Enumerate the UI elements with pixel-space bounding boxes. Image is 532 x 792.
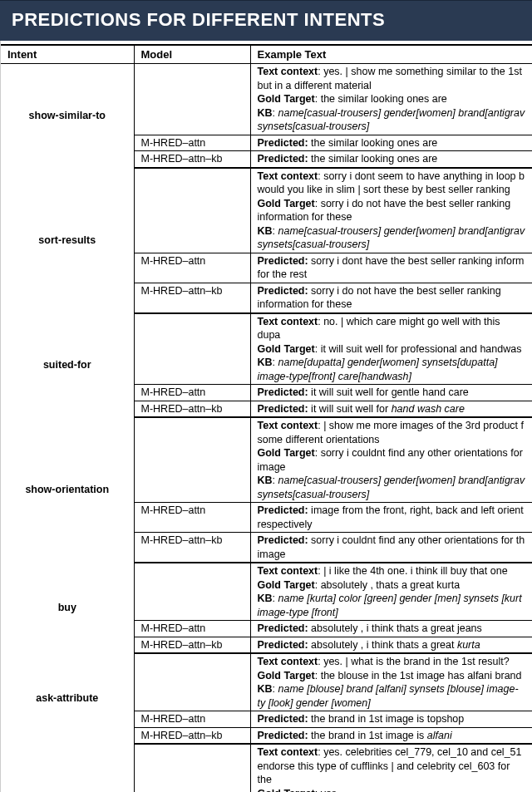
intent-cell: celebrity bbox=[1, 744, 134, 792]
intent-cell: show-similar-to bbox=[1, 64, 134, 168]
example-text-cell: Predicted: image from the front, right, … bbox=[250, 503, 532, 533]
kb-label: KB bbox=[258, 593, 273, 604]
text-plain: it will suit well for gentle hand care bbox=[308, 386, 469, 398]
predicted-label: Predicted: bbox=[258, 137, 308, 149]
text-plain: : the blouse in the 1st image has alfani… bbox=[315, 670, 522, 681]
intent-cell: buy bbox=[1, 563, 134, 653]
text-italic: name[casual-trousers] gender[women] bran… bbox=[258, 475, 525, 500]
predicted-label: Predicted: bbox=[258, 386, 308, 398]
table-row: show-orientationText context: | show me … bbox=[1, 417, 532, 503]
text-plain: : absolutely , thats a great kurta bbox=[315, 579, 460, 591]
text-italic: name [blouse] brand [alfani] synsets [bl… bbox=[258, 683, 519, 709]
text-italic: name [kurta] color [green] gender [men] … bbox=[258, 593, 522, 618]
context-line: Text context: no. | which care might go … bbox=[258, 315, 526, 342]
model-cell bbox=[134, 417, 250, 503]
predicted-label: Predicted: bbox=[258, 730, 308, 741]
context-line: Gold Target: absolutely , thats a great … bbox=[258, 578, 526, 593]
text-plain: : bbox=[273, 357, 278, 368]
textcontext-label: Text context bbox=[258, 170, 318, 182]
model-cell bbox=[134, 563, 250, 621]
context-line: Gold Target: the blouse in the 1st image… bbox=[258, 669, 526, 683]
header-text: Example Text bbox=[250, 45, 532, 64]
model-cell: M-HRED–attn bbox=[134, 135, 250, 151]
text-plain: : | i like the 4th one. i think ill buy … bbox=[318, 565, 507, 577]
model-cell: M-HRED–attn–kb bbox=[134, 283, 250, 313]
text-plain: absolutely , i think thats a great jeans bbox=[308, 622, 482, 634]
kb-label: KB bbox=[258, 475, 273, 486]
slide-title-banner: PREDICTIONS FOR DIFFERENT INTENTS bbox=[0, 0, 532, 41]
context-cell: Text context: no. | which care might go … bbox=[250, 313, 532, 385]
text-italic: kurta bbox=[457, 639, 480, 651]
context-line: KB: name [kurta] color [green] gender [m… bbox=[258, 592, 526, 619]
example-text-cell: Predicted: sorry i couldnt find any othe… bbox=[250, 533, 532, 563]
context-line: Text context: yes. | show me something s… bbox=[258, 65, 526, 92]
intent-cell: sort-results bbox=[1, 168, 134, 313]
model-cell: M-HRED–attn bbox=[134, 253, 250, 283]
model-cell: M-HRED–attn–kb bbox=[134, 727, 250, 744]
goldtarget-label: Gold Target bbox=[258, 447, 315, 459]
intent-cell: show-orientation bbox=[1, 417, 134, 563]
model-cell bbox=[134, 168, 250, 253]
model-cell bbox=[134, 313, 250, 385]
context-cell: Text context: yes. | what is the brand i… bbox=[250, 653, 532, 711]
context-line: Text context: yes. celebrities cel_779, … bbox=[258, 745, 526, 787]
context-line: Text context: yes. | what is the brand i… bbox=[258, 655, 526, 669]
kb-label: KB bbox=[258, 683, 273, 695]
text-plain: it will suit well for bbox=[308, 403, 392, 415]
text-plain: the brand in 1st image is topshop bbox=[308, 713, 465, 725]
text-italic: hand wash care bbox=[392, 403, 465, 415]
example-text-cell: Predicted: it will suit well for hand wa… bbox=[250, 401, 532, 417]
context-cell: Text context: sorry i dont seem to have … bbox=[250, 168, 532, 253]
context-line: KB: name[casual-trousers] gender[women] … bbox=[258, 224, 526, 252]
example-text-cell: Predicted: the brand in 1st image is top… bbox=[250, 711, 532, 728]
example-text-cell: Predicted: the similar looking ones are bbox=[250, 151, 532, 168]
context-line: Gold Target: yes bbox=[258, 787, 526, 793]
predicted-label: Predicted: bbox=[258, 622, 308, 634]
context-cell: Text context: yes. celebrities cel_779, … bbox=[250, 744, 532, 792]
text-plain: : bbox=[273, 107, 278, 119]
table-row: buyText context: | i like the 4th one. i… bbox=[1, 563, 532, 621]
predicted-label: Predicted: bbox=[258, 534, 308, 546]
model-cell bbox=[134, 653, 250, 711]
context-line: KB: name[dupatta] gender[women] synsets[… bbox=[258, 356, 526, 383]
intent-cell: ask-attribute bbox=[1, 653, 134, 744]
text-plain: : bbox=[273, 683, 278, 695]
predicted-label: Predicted: bbox=[258, 255, 308, 267]
header-intent: Intent bbox=[1, 45, 134, 64]
text-plain: : yes bbox=[315, 788, 337, 793]
table-row: ask-attributeText context: yes. | what i… bbox=[1, 653, 532, 711]
context-line: Text context: | show me more images of t… bbox=[258, 419, 526, 446]
text-plain: : it will suit well for professional and… bbox=[315, 343, 522, 355]
context-line: KB: name [blouse] brand [alfani] synsets… bbox=[258, 682, 526, 710]
model-cell: M-HRED–attn–kb bbox=[134, 637, 250, 653]
example-text-cell: Predicted: absolutely , i think thats a … bbox=[250, 637, 532, 653]
table-row: show-similar-toText context: yes. | show… bbox=[1, 64, 532, 135]
predicted-label: Predicted: bbox=[258, 153, 308, 165]
context-line: Text context: | i like the 4th one. i th… bbox=[258, 564, 526, 578]
context-cell: Text context: | i like the 4th one. i th… bbox=[250, 563, 532, 621]
textcontext-label: Text context bbox=[258, 316, 318, 327]
text-plain: the similar looking ones are bbox=[308, 153, 438, 165]
goldtarget-label: Gold Target bbox=[258, 788, 315, 793]
context-cell: Text context: yes. | show me something s… bbox=[250, 64, 532, 135]
example-text-cell: Predicted: the brand in 1st image is alf… bbox=[250, 727, 532, 744]
model-cell: M-HRED–attn bbox=[134, 621, 250, 637]
table-header-row: Intent Model Example Text bbox=[1, 45, 532, 64]
textcontext-label: Text context bbox=[258, 420, 318, 431]
example-text-cell: Predicted: the similar looking ones are bbox=[250, 135, 532, 151]
goldtarget-label: Gold Target bbox=[258, 198, 315, 209]
goldtarget-label: Gold Target bbox=[258, 670, 315, 681]
context-line: KB: name[casual-trousers] gender[women] … bbox=[258, 106, 526, 134]
text-plain: absolutely , i think thats a great bbox=[308, 639, 457, 651]
text-plain: : yes. | what is the brand in the 1st re… bbox=[318, 656, 509, 667]
header-model: Model bbox=[134, 45, 250, 64]
table-row: sort-resultsText context: sorry i dont s… bbox=[1, 168, 532, 253]
textcontext-label: Text context bbox=[258, 565, 318, 577]
model-cell: M-HRED–attn bbox=[134, 503, 250, 533]
predicted-label: Predicted: bbox=[258, 285, 308, 297]
model-cell: M-HRED–attn–kb bbox=[134, 533, 250, 563]
text-plain: : the similar looking ones are bbox=[315, 93, 447, 105]
example-text-cell: Predicted: it will suit well for gentle … bbox=[250, 385, 532, 401]
context-line: Text context: sorry i dont seem to have … bbox=[258, 170, 526, 197]
model-cell bbox=[134, 64, 250, 135]
